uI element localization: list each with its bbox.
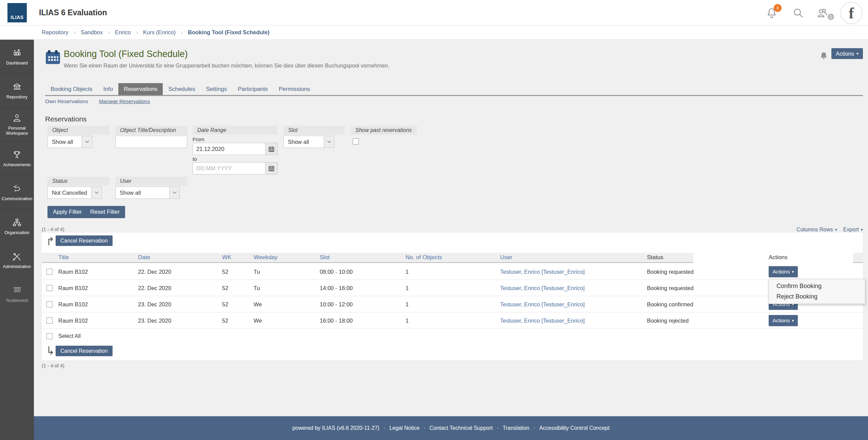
- page-actions-button[interactable]: Actions ▾: [831, 48, 863, 59]
- show-past-reservations-checkbox[interactable]: [353, 138, 359, 145]
- sidebar-item-achievements[interactable]: Achievements: [0, 141, 34, 175]
- column-header-no-of-objects[interactable]: No. of Objects: [406, 254, 442, 261]
- booking-tool-calendar-icon: [45, 50, 61, 66]
- subtab-manage-reservations[interactable]: Manage Reservations: [99, 98, 150, 104]
- breadcrumb-item[interactable]: Sandbox: [81, 29, 103, 36]
- sidebar-item-label: Personal Workspace: [1, 126, 33, 136]
- search-icon[interactable]: [792, 7, 804, 19]
- object-select[interactable]: Show all: [47, 136, 92, 148]
- sidebar-item-label: Dashboard: [6, 60, 28, 65]
- chevron-down-icon: [324, 136, 334, 148]
- row-checkbox[interactable]: [46, 269, 53, 275]
- top-header: ILIAS ILIAS 6 Evaluation 3 1 f: [0, 0, 868, 25]
- sidebar-item-label: Communication: [2, 196, 32, 201]
- row-checkbox[interactable]: [46, 301, 53, 307]
- page-title: Booking Tool (Fixed Schedule): [64, 49, 188, 59]
- footer-separator: ·: [423, 425, 425, 431]
- breadcrumb-item[interactable]: Kurs (Enrico): [143, 29, 176, 36]
- sidebar-item-label: Repository: [6, 94, 27, 99]
- column-header-actions: Actions: [769, 254, 788, 261]
- column-header-user[interactable]: User: [500, 254, 512, 261]
- page-footer: powered by ILIAS (v6.6 2020-11-27) · Leg…: [34, 416, 868, 440]
- cell-user-link[interactable]: Testuser, Enrico [Testuser_Enrico]: [500, 301, 585, 307]
- object-select-value: Show all: [48, 136, 82, 148]
- footer-link-legal-notice[interactable]: Legal Notice: [389, 425, 419, 431]
- tab-info[interactable]: Info: [98, 83, 118, 95]
- date-from-input[interactable]: [193, 143, 265, 155]
- app-title: ILIAS 6 Evaluation: [39, 0, 107, 25]
- sidebar-item-label: Testbereich: [6, 298, 28, 303]
- column-header-weekday[interactable]: Weekday: [254, 254, 278, 261]
- sidebar-item-administration[interactable]: Administration: [0, 243, 34, 277]
- row-actions-label: Actions: [773, 318, 790, 324]
- chevron-down-icon: [169, 187, 179, 198]
- tab-participants[interactable]: Participants: [232, 83, 273, 95]
- row-actions-button[interactable]: Actions ▾: [769, 315, 798, 326]
- cell-no-of-objects: 1: [406, 317, 409, 324]
- export-label: Export: [843, 227, 859, 233]
- cell-user-link[interactable]: Testuser, Enrico [Testuser_Enrico]: [500, 285, 585, 291]
- cell-title: Raum B102: [58, 301, 88, 307]
- tab-reservations[interactable]: Reservations: [118, 83, 163, 95]
- sidebar-item-organisation[interactable]: Organisation: [0, 209, 34, 243]
- tab-permissions[interactable]: Permissions: [273, 83, 316, 95]
- menu-item-reject-booking[interactable]: Reject Booking: [769, 291, 865, 302]
- date-to-calendar-button[interactable]: [265, 162, 278, 174]
- export-dropdown[interactable]: Export ▾: [843, 227, 863, 233]
- reset-filter-button[interactable]: Reset Filter: [85, 206, 125, 218]
- ilias-logo[interactable]: ILIAS: [7, 3, 27, 22]
- tab-booking-objects[interactable]: Booking Objects: [45, 83, 98, 95]
- column-header-date[interactable]: Date: [138, 254, 150, 261]
- filter-label-user: User: [115, 177, 187, 186]
- sidebar-item-communication[interactable]: Communication: [0, 175, 34, 209]
- caret-down-icon: ▾: [792, 319, 794, 323]
- cell-user-link[interactable]: Testuser, Enrico [Testuser_Enrico]: [500, 268, 585, 275]
- main-sidebar: Dashboard Repository Personal Workspace …: [0, 40, 34, 440]
- footer-link-contact-support[interactable]: Contact Technical Support: [430, 425, 493, 431]
- date-from-label: From: [193, 136, 204, 142]
- column-header-slot[interactable]: Slot: [320, 254, 330, 261]
- cell-title: Raum B102: [58, 268, 88, 275]
- row-checkbox[interactable]: [46, 318, 53, 324]
- column-header-title[interactable]: Title: [58, 254, 69, 261]
- tab-settings[interactable]: Settings: [201, 83, 232, 95]
- sidebar-item-dashboard[interactable]: Dashboard: [0, 40, 34, 74]
- cancel-reservation-button-bottom[interactable]: Cancel Reservation: [56, 346, 113, 356]
- cancel-reservation-button-top[interactable]: Cancel Reservation: [56, 235, 113, 246]
- user-select[interactable]: Show all: [115, 187, 180, 199]
- footer-link-accessibility[interactable]: Accessibility Control Concept: [539, 425, 609, 431]
- online-count-badge: 1: [828, 14, 834, 20]
- communication-icon: [12, 184, 22, 194]
- cell-weekday: We: [254, 301, 262, 307]
- sidebar-item-testbereich[interactable]: Testbereich: [0, 277, 34, 311]
- apply-filter-button[interactable]: Apply Filter: [47, 206, 87, 218]
- page-actions-label: Actions: [836, 51, 854, 57]
- column-header-wk[interactable]: WK: [222, 254, 231, 261]
- date-to-input[interactable]: [193, 162, 265, 174]
- status-select[interactable]: Not Cancelled: [47, 187, 102, 199]
- object-notification-bell-icon[interactable]: [819, 51, 828, 62]
- menu-item-confirm-booking[interactable]: Confirm Booking: [769, 281, 865, 291]
- breadcrumb-separator-icon: ›: [136, 29, 138, 36]
- select-all-checkbox[interactable]: [46, 333, 53, 339]
- row-actions-button[interactable]: Actions ▾: [769, 266, 798, 277]
- tab-schedules[interactable]: Schedules: [163, 83, 200, 95]
- breadcrumb-item[interactable]: Repository: [42, 29, 68, 36]
- breadcrumb-item[interactable]: Enrico: [115, 29, 131, 36]
- breadcrumb-item-current[interactable]: Booking Tool (Fixed Schedule): [188, 29, 270, 36]
- footer-link-translation[interactable]: Translation: [503, 425, 530, 431]
- sidebar-item-personal-workspace[interactable]: Personal Workspace: [0, 108, 34, 141]
- subtab-own-reservations[interactable]: Own Reservations: [45, 98, 88, 104]
- cell-user-link[interactable]: Testuser, Enrico [Testuser_Enrico]: [500, 317, 585, 324]
- columns-rows-dropdown[interactable]: Columns Rows ▾: [796, 227, 837, 233]
- row-checkbox[interactable]: [46, 285, 53, 291]
- object-title-input[interactable]: [115, 136, 187, 148]
- cell-weekday: Tu: [254, 285, 260, 291]
- user-avatar[interactable]: f: [840, 2, 863, 24]
- date-from-calendar-button[interactable]: [265, 143, 278, 155]
- select-all-label: Select All: [58, 333, 81, 339]
- slot-select[interactable]: Show all: [283, 136, 334, 148]
- sidebar-item-repository[interactable]: Repository: [0, 74, 34, 108]
- cell-date: 23. Dec 2020: [138, 301, 171, 307]
- table-row: Raum B102 22. Dec 2020 52 Tu 14:00 - 16:…: [42, 280, 863, 296]
